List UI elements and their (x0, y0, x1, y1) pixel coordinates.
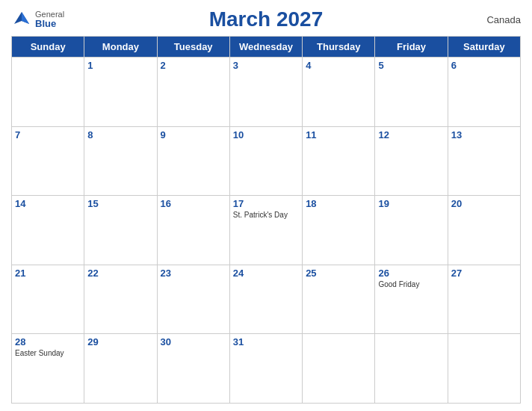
calendar-cell: 29 (84, 334, 157, 404)
calendar-header: General Blue March 2027 Canada (11, 7, 521, 31)
calendar-cell: 7 (12, 126, 84, 196)
day-number: 14 (15, 198, 81, 209)
day-number: 28 (15, 336, 81, 347)
day-number: 17 (233, 198, 299, 209)
calendar-cell: 2 (157, 58, 229, 127)
day-number: 13 (451, 129, 517, 140)
day-number: 21 (15, 268, 81, 279)
calendar-cell: 28Easter Sunday (12, 334, 84, 404)
day-number: 7 (15, 129, 81, 140)
header-thursday: Thursday (303, 37, 375, 58)
day-number: 18 (306, 198, 371, 209)
svg-marker-1 (22, 12, 29, 24)
calendar-cell: 15 (84, 196, 157, 265)
day-number: 23 (161, 268, 226, 279)
calendar-cell: 1 (84, 58, 157, 127)
calendar-cell (448, 334, 520, 404)
day-event: St. Patrick's Day (233, 211, 299, 219)
calendar-row: 78910111213 (12, 126, 521, 196)
day-number: 26 (378, 268, 444, 279)
logo: General Blue (11, 9, 64, 30)
day-number: 9 (161, 129, 226, 140)
day-number: 24 (233, 268, 299, 279)
country-label: Canada (486, 14, 521, 25)
calendar-cell: 23 (157, 265, 229, 334)
calendar-cell: 4 (303, 58, 375, 127)
calendar-cell: 22 (84, 265, 157, 334)
calendar-cell: 24 (229, 265, 302, 334)
calendar-cell: 8 (84, 126, 157, 196)
calendar-table: Sunday Monday Tuesday Wednesday Thursday… (11, 36, 521, 404)
day-number: 22 (87, 268, 153, 279)
day-number: 30 (161, 336, 226, 347)
header-wednesday: Wednesday (229, 37, 302, 58)
calendar-row: 14151617St. Patrick's Day181920 (12, 196, 521, 265)
calendar-cell: 18 (303, 196, 375, 265)
days-header-row: Sunday Monday Tuesday Wednesday Thursday… (12, 37, 521, 58)
calendar-cell: 11 (303, 126, 375, 196)
header-friday: Friday (375, 37, 448, 58)
day-number: 1 (87, 60, 153, 71)
calendar-cell: 21 (12, 265, 84, 334)
calendar-cell: 20 (448, 196, 520, 265)
day-number: 20 (451, 198, 517, 209)
calendar-cell (375, 334, 448, 404)
day-number: 29 (87, 336, 153, 347)
logo-bird-icon (11, 9, 32, 30)
day-number: 19 (378, 198, 444, 209)
header-sunday: Sunday (12, 37, 84, 58)
calendar-row: 123456 (12, 58, 521, 127)
calendar-cell: 12 (375, 126, 448, 196)
calendar-cell: 3 (229, 58, 302, 127)
day-number: 12 (378, 129, 444, 140)
calendar-cell: 5 (375, 58, 448, 127)
day-number: 10 (233, 129, 299, 140)
day-number: 25 (306, 268, 371, 279)
day-number: 4 (306, 60, 371, 71)
header-saturday: Saturday (448, 37, 520, 58)
day-number: 31 (233, 336, 299, 347)
header-monday: Monday (84, 37, 157, 58)
calendar-row: 212223242526Good Friday27 (12, 265, 521, 334)
day-number: 16 (161, 198, 226, 209)
calendar-cell: 27 (448, 265, 520, 334)
calendar-cell: 13 (448, 126, 520, 196)
calendar-row: 28Easter Sunday293031 (12, 334, 521, 404)
calendar-cell: 19 (375, 196, 448, 265)
day-number: 5 (378, 60, 444, 71)
calendar-cell: 6 (448, 58, 520, 127)
calendar-cell: 31 (229, 334, 302, 404)
page-title: March 2027 (209, 7, 324, 31)
day-number: 2 (161, 60, 226, 71)
logo-blue-text: Blue (35, 19, 64, 28)
calendar-cell: 26Good Friday (375, 265, 448, 334)
calendar-cell: 17St. Patrick's Day (229, 196, 302, 265)
calendar-cell: 10 (229, 126, 302, 196)
calendar-cell: 30 (157, 334, 229, 404)
day-number: 3 (233, 60, 299, 71)
calendar-cell: 25 (303, 265, 375, 334)
calendar-cell: 9 (157, 126, 229, 196)
day-number: 6 (451, 60, 517, 71)
day-event: Easter Sunday (15, 349, 81, 357)
calendar-cell (12, 58, 84, 127)
calendar-cell: 16 (157, 196, 229, 265)
day-number: 8 (87, 129, 153, 140)
day-number: 15 (87, 198, 153, 209)
header-tuesday: Tuesday (157, 37, 229, 58)
day-number: 11 (306, 129, 371, 140)
calendar-cell: 14 (12, 196, 84, 265)
day-number: 27 (451, 268, 517, 279)
day-event: Good Friday (378, 280, 444, 288)
calendar-cell (303, 334, 375, 404)
